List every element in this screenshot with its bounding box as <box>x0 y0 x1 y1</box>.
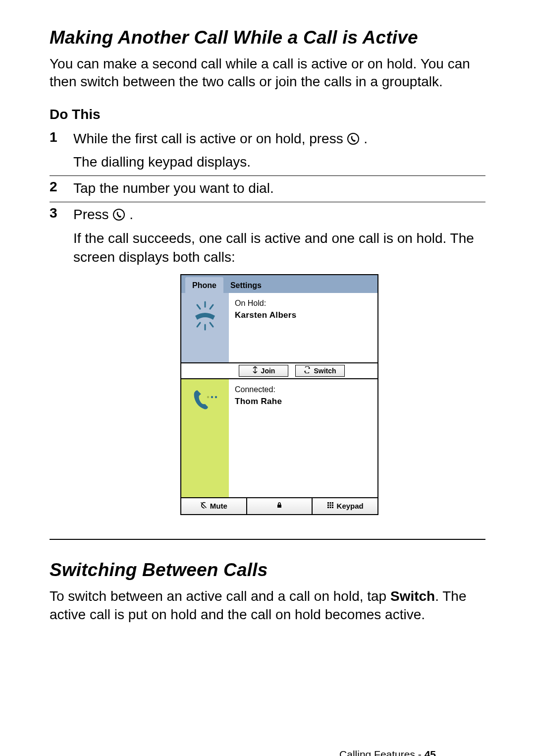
svg-rect-17 <box>332 505 333 506</box>
step3-text-pre: Press <box>73 207 112 222</box>
lock-button[interactable] <box>246 498 312 514</box>
svg-rect-18 <box>327 507 329 508</box>
phone-bottom-bar: Mute Keypad <box>181 497 377 514</box>
swap-icon <box>304 366 311 376</box>
svg-rect-11 <box>277 505 281 508</box>
svg-point-0 <box>348 133 359 144</box>
step3-text-post: . <box>129 207 133 222</box>
step-body: Press . If the call succeeds, one call i… <box>73 205 485 520</box>
onhold-caller-name: Karsten Albers <box>235 310 373 321</box>
section1-intro: You can make a second call while a call … <box>50 55 485 91</box>
switch-ui-label: Switch <box>390 588 435 604</box>
step-body: While the first call is active or on hol… <box>73 129 485 172</box>
keypad-button[interactable]: Keypad <box>312 498 377 514</box>
lock-icon <box>276 501 283 511</box>
do-this-label: Do This <box>50 107 485 122</box>
step-row-3: 3 Press . If the call succeeds, one call… <box>50 202 485 524</box>
join-label: Join <box>261 366 275 376</box>
svg-point-9 <box>211 396 213 398</box>
step2-line1: Tap the number you want to dial. <box>73 179 485 198</box>
receiver-ringing-icon <box>190 301 220 336</box>
merge-icon <box>252 366 258 376</box>
svg-rect-15 <box>327 505 329 506</box>
phone-tab-bar: Phone Settings <box>181 275 377 293</box>
section-heading-switching: Switching Between Calls <box>50 560 485 581</box>
join-button[interactable]: Join <box>239 365 288 377</box>
mute-icon <box>200 501 207 511</box>
step-body: Tap the number you want to dial. <box>73 179 485 198</box>
mute-label: Mute <box>210 501 227 511</box>
section-divider <box>50 539 485 540</box>
footer-section-name: Calling Features <box>339 749 415 756</box>
step-number: 1 <box>50 129 73 172</box>
call-onhold-block: On Hold: Karsten Albers <box>181 293 377 362</box>
connected-caller-name: Thom Rahe <box>235 396 373 407</box>
svg-line-6 <box>197 323 200 327</box>
step1-line2: The dialling keypad displays. <box>73 153 485 172</box>
onhold-status: On Hold: <box>235 298 373 309</box>
step-row-2: 2 Tap the number you want to dial. <box>50 176 485 202</box>
step-number: 3 <box>50 205 73 520</box>
svg-rect-19 <box>329 507 331 508</box>
svg-point-10 <box>215 396 217 398</box>
keypad-label: Keypad <box>337 501 364 511</box>
section-heading-making-another-call: Making Another Call While a Call is Acti… <box>50 27 485 48</box>
svg-rect-20 <box>332 507 333 508</box>
step1-text-post: . <box>364 131 368 146</box>
switch-button[interactable]: Switch <box>295 365 345 377</box>
tab-settings[interactable]: Settings <box>223 277 268 293</box>
step-row-1: 1 While the first call is active or on h… <box>50 126 485 176</box>
section2-paragraph: To switch between an active call and a c… <box>50 587 485 624</box>
switch-label: Switch <box>314 366 336 376</box>
page-number: 45 <box>425 749 436 756</box>
step-number: 2 <box>50 179 73 198</box>
call-send-icon <box>347 132 360 145</box>
svg-line-7 <box>210 323 213 327</box>
svg-line-3 <box>197 305 200 309</box>
page-footer: Calling Features - 45 <box>339 749 436 756</box>
svg-rect-13 <box>329 502 331 504</box>
step1-text-pre: While the first call is active or on hol… <box>73 131 347 146</box>
call-send-icon <box>112 208 125 221</box>
phone-screenshot: Phone Settings <box>180 274 378 515</box>
section2-pre: To switch between an active call and a c… <box>50 588 390 604</box>
footer-sep: - <box>415 749 425 756</box>
mute-button[interactable]: Mute <box>181 498 246 514</box>
svg-rect-16 <box>329 505 331 506</box>
svg-point-1 <box>113 209 124 220</box>
connected-status: Connected: <box>235 384 373 395</box>
svg-point-8 <box>207 396 209 398</box>
call-actions-row: Join Switch <box>181 362 377 378</box>
svg-line-4 <box>210 305 213 309</box>
svg-rect-14 <box>332 502 333 504</box>
tab-phone[interactable]: Phone <box>185 277 223 293</box>
step3-line2: If the call succeeds, one call is active… <box>73 229 485 267</box>
svg-rect-12 <box>327 502 329 504</box>
call-active-block: Connected: Thom Rahe <box>181 378 377 497</box>
keypad-icon <box>327 501 334 511</box>
handset-active-icon <box>190 387 220 417</box>
